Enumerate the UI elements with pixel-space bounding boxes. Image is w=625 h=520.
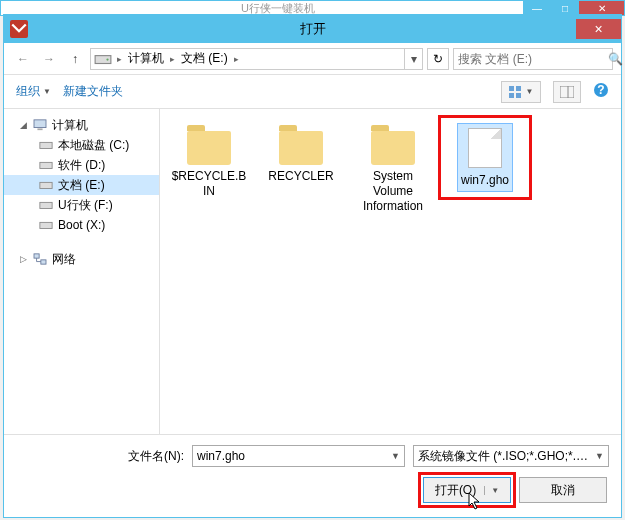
chevron-right-icon: ▸	[232, 54, 241, 64]
svg-point-1	[106, 58, 108, 60]
breadcrumb-drive-e[interactable]: 文档 (E:)	[177, 49, 232, 69]
breadcrumb-dropdown[interactable]: ▾	[404, 49, 422, 69]
svg-rect-18	[41, 260, 46, 264]
search-input[interactable]: 🔍	[453, 48, 613, 70]
nav-forward-button: →	[38, 48, 60, 70]
chevron-down-icon[interactable]: ▼	[595, 451, 604, 461]
expand-icon[interactable]: ▷	[18, 254, 28, 264]
svg-rect-17	[34, 254, 39, 258]
folder-icon	[369, 123, 417, 165]
filetype-filter[interactable]: 系统镜像文件 (*.ISO;*.GHO;*.WIM) ▼	[413, 445, 609, 467]
svg-rect-4	[509, 93, 514, 98]
open-button[interactable]: 打开(O)▼	[423, 477, 511, 503]
organize-menu[interactable]: 组织▼	[16, 83, 51, 100]
chevron-right-icon: ▸	[168, 54, 177, 64]
filename-combo[interactable]: ▼	[192, 445, 405, 467]
search-icon: 🔍	[608, 52, 623, 66]
preview-pane-button[interactable]	[553, 81, 581, 103]
folder-icon	[277, 123, 325, 165]
file-icon	[461, 127, 509, 169]
svg-rect-13	[40, 162, 52, 168]
titlebar: 打开 ×	[4, 15, 621, 43]
tree-network[interactable]: ▷ 网络	[4, 249, 159, 269]
drive-icon	[38, 198, 54, 212]
filename-input[interactable]	[197, 449, 391, 463]
tree-drive-e[interactable]: 文档 (E:)	[4, 175, 159, 195]
bg-minimize-button[interactable]: —	[523, 1, 551, 15]
search-field[interactable]	[458, 52, 608, 66]
folder-icon	[185, 123, 233, 165]
filename-label: 文件名(N):	[114, 448, 184, 465]
svg-rect-15	[40, 202, 52, 208]
toolbar: 组织▼ 新建文件夹 ▼ ?	[4, 75, 621, 109]
tree-drive-d[interactable]: 软件 (D:)	[4, 155, 159, 175]
file-item-gho[interactable]: win7.gho	[442, 119, 528, 196]
navigation-tree: ◢ 计算机 本地磁盘 (C:) 软件 (D:) 文档 (E:) U行侠 (F:	[4, 109, 160, 434]
svg-rect-16	[40, 222, 52, 228]
navigation-bar: ← → ↑ ▸ 计算机 ▸ 文档 (E:) ▸ ▾ ↻ 🔍	[4, 43, 621, 75]
network-icon	[32, 252, 48, 266]
svg-rect-12	[40, 142, 52, 148]
drive-icon	[38, 158, 54, 172]
cancel-button[interactable]: 取消	[519, 477, 607, 503]
refresh-button[interactable]: ↻	[427, 48, 449, 70]
help-button[interactable]: ?	[593, 82, 609, 101]
dialog-title: 打开	[4, 20, 621, 38]
breadcrumb-computer[interactable]: 计算机	[124, 49, 168, 69]
breadcrumb[interactable]: ▸ 计算机 ▸ 文档 (E:) ▸ ▾	[90, 48, 423, 70]
new-folder-button[interactable]: 新建文件夹	[63, 83, 123, 100]
svg-rect-11	[37, 128, 42, 130]
tree-drive-f[interactable]: U行侠 (F:)	[4, 195, 159, 215]
open-file-dialog: 打开 × ← → ↑ ▸ 计算机 ▸ 文档 (E:) ▸ ▾ ↻ 🔍 组织▼ 新…	[3, 14, 622, 518]
body-area: ◢ 计算机 本地磁盘 (C:) 软件 (D:) 文档 (E:) U行侠 (F:	[4, 109, 621, 434]
tree-drive-c[interactable]: 本地磁盘 (C:)	[4, 135, 159, 155]
tree-drive-x[interactable]: Boot (X:)	[4, 215, 159, 235]
drive-icon	[38, 218, 54, 232]
chevron-down-icon[interactable]: ▼	[391, 451, 400, 461]
file-item-folder[interactable]: $RECYCLE.BIN	[166, 119, 252, 203]
svg-rect-10	[34, 120, 46, 128]
file-list[interactable]: $RECYCLE.BIN RECYCLER System Volume Info…	[160, 109, 621, 434]
drive-icon	[38, 138, 54, 152]
svg-rect-6	[560, 86, 574, 98]
svg-rect-2	[509, 86, 514, 91]
bg-close-button[interactable]: ✕	[579, 1, 624, 15]
bg-maximize-button[interactable]: □	[551, 1, 579, 15]
file-item-folder[interactable]: System Volume Information	[350, 119, 436, 218]
nav-up-button[interactable]: ↑	[64, 48, 86, 70]
view-mode-button[interactable]: ▼	[501, 81, 541, 103]
chevron-right-icon: ▸	[115, 54, 124, 64]
tree-computer[interactable]: ◢ 计算机	[4, 115, 159, 135]
file-item-folder[interactable]: RECYCLER	[258, 119, 344, 188]
nav-back-button[interactable]: ←	[12, 48, 34, 70]
bottom-panel: 文件名(N): ▼ 系统镜像文件 (*.ISO;*.GHO;*.WIM) ▼ 打…	[4, 434, 621, 517]
svg-rect-5	[516, 93, 521, 98]
drive-icon	[38, 178, 54, 192]
drive-icon	[94, 50, 112, 68]
svg-rect-3	[516, 86, 521, 91]
svg-text:?: ?	[597, 83, 604, 97]
collapse-icon[interactable]: ◢	[18, 120, 28, 130]
svg-rect-14	[40, 182, 52, 188]
computer-icon	[32, 118, 48, 132]
